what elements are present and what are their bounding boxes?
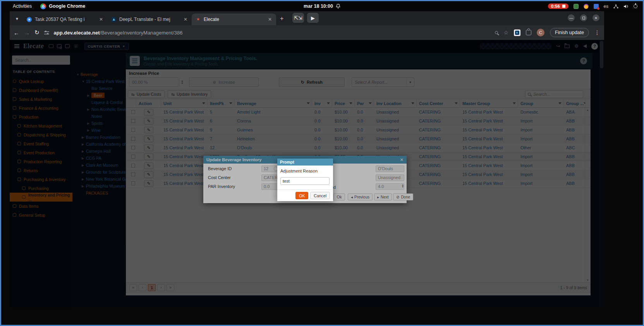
column-header-price[interactable]: Price [332, 99, 355, 107]
extensions-puzzle-icon[interactable] [526, 30, 531, 35]
sidebar-item-inventory-and-pricing[interactable]: Inventory and Pricing ... [10, 193, 72, 202]
table-row[interactable]: ✎15 Central Park West9Guinnes0.0$10.000.… [126, 126, 590, 135]
column-header-action[interactable]: Action [136, 99, 161, 107]
deepl-extension-icon[interactable] [514, 29, 520, 36]
sidebar-item-production-reporting[interactable]: Production Reporting [10, 157, 72, 166]
close-tab-icon[interactable]: ✕ [98, 17, 104, 22]
filter-icon[interactable] [455, 102, 458, 106]
tree-expand-icon[interactable]: ▶ [82, 136, 86, 139]
forward-icon[interactable]: → [24, 29, 30, 36]
current-page[interactable]: 1 [148, 284, 156, 291]
refresh-button[interactable]: ↻Refresh [279, 78, 345, 87]
tab-search-chevron-icon[interactable]: ▼ [12, 14, 22, 24]
sidebar-item-dashboard-powerbi[interactable]: Dashboard (PowerBI) [10, 86, 72, 95]
column-header-beverage[interactable]: Beverage [235, 99, 312, 107]
site-settings-icon[interactable] [44, 31, 49, 35]
tree-node-clark-art-museum[interactable]: ▶Clark Art Museum [76, 162, 125, 169]
table-row[interactable]: ✎15 Central Park West6Corona0.0$10.000.0… [126, 117, 590, 126]
display-icon[interactable] [65, 44, 70, 48]
tree-expand-icon[interactable]: ▶ [87, 129, 91, 132]
reload-icon[interactable]: ↻ [34, 29, 39, 36]
tree-node-bar-service[interactable]: Bar Service [76, 85, 125, 92]
new-tab-button[interactable]: + [280, 15, 283, 22]
filter-icon[interactable] [584, 102, 586, 106]
edit-pencil-button[interactable]: ✎ [144, 180, 153, 187]
window-layout-button[interactable]: ⇱⇲ [292, 13, 304, 23]
close-window-button[interactable]: ✕ [592, 14, 599, 21]
previous-button[interactable]: ◂Previous [348, 193, 373, 200]
tree-node-non-alcoholic-bevera[interactable]: ▶Non Alcoholic Bevera [76, 106, 125, 113]
edit-pencil-button[interactable]: ✎ [144, 145, 153, 151]
table-row[interactable]: ✎15 Central Park West7Heineken0.0$10.000… [126, 135, 590, 143]
screencast-button[interactable]: ▶ [307, 13, 319, 23]
clock-button[interactable]: mar 18 10:00 [304, 3, 340, 9]
tray-app-icon-1[interactable] [574, 4, 579, 9]
column-header-unit[interactable]: Unit [161, 99, 208, 107]
tray-app-icon-2[interactable] [584, 4, 589, 9]
row-checkbox[interactable] [131, 110, 135, 114]
tab-deepl[interactable]: DeepL Translate - El mej ✕ [107, 14, 192, 25]
tree-node-philadelphia-museum-of-a[interactable]: ▶Philadelphia Museum of A [76, 183, 125, 190]
profile-avatar[interactable]: C [537, 29, 544, 36]
maximize-window-button[interactable] [580, 14, 587, 21]
last-page-icon[interactable]: » [167, 284, 174, 291]
venue-selector[interactable]: CURTIS CENTER ▼ [84, 43, 129, 50]
edit-pencil-button[interactable]: ✎ [144, 162, 153, 169]
tree-expand-icon[interactable]: ▶ [82, 143, 86, 146]
tree-expand-icon[interactable]: ▶ [82, 157, 86, 160]
row-checkbox[interactable] [131, 164, 135, 167]
phone-icon[interactable]: ☏ [73, 43, 79, 49]
column-header-cost-center[interactable]: Cost Center [417, 99, 460, 107]
tree-expand-icon[interactable]: ▶ [82, 164, 86, 167]
tree-expand-icon[interactable]: ▶ [87, 108, 91, 111]
column-header-inv-location[interactable]: Inv Location [374, 99, 417, 107]
sidebar-item-quick-lookup[interactable]: Quick Lookup [10, 77, 72, 86]
sidebar-item-kitchen-management[interactable]: Kitchen Management [10, 121, 72, 130]
megaphone-icon[interactable] [583, 44, 587, 48]
sidebar-item-general-setup[interactable]: General Setup [10, 210, 72, 219]
next-page-icon[interactable]: › [157, 284, 165, 291]
grid-scrollbar[interactable]: ▲▼ [585, 108, 590, 282]
truck-icon[interactable] [57, 44, 62, 48]
update-inventory-button[interactable]: ⇆Update Inventory [168, 90, 211, 98]
tree-node-15-central-park-west[interactable]: ▼15 Central Park West [76, 78, 125, 85]
close-tab-icon[interactable]: ✕ [267, 17, 273, 22]
finish-update-button[interactable]: Finish update [550, 28, 589, 37]
tree-node-wine[interactable]: ▶Wine [76, 127, 125, 134]
table-row[interactable]: ✎15 Central Park West12O'Douls0.0$10.000… [126, 143, 590, 152]
table-row[interactable]: ✎15 Central Park West5Amstel Light0.0$10… [126, 108, 590, 117]
browser-menu-icon[interactable]: ⋮ [594, 29, 600, 36]
tray-app-icon-3[interactable] [594, 4, 599, 9]
sidebar-search-input[interactable]: Search... [12, 55, 70, 65]
tree-node-beverage[interactable]: ▼Beverage [76, 71, 125, 78]
sidebar-item-event-staffing[interactable]: Event Staffing [10, 139, 72, 148]
sidebar-item-dispatching-shipping[interactable]: Dispatching & Shipping [10, 130, 72, 139]
edit-pencil-button[interactable]: ✎ [144, 136, 153, 142]
tree-node-liqueur-cordial[interactable]: Liqueur & Cordial [76, 99, 125, 106]
increase-button[interactable]: ⊕Increase [189, 78, 259, 87]
tree-node-notes[interactable]: Notes [76, 113, 125, 120]
first-page-icon[interactable]: « [129, 284, 137, 291]
filter-icon[interactable] [327, 102, 330, 106]
grid-search-input[interactable]: Search... [525, 90, 583, 98]
sidebar-item-event-production[interactable]: Event Production [10, 148, 72, 157]
percent-input[interactable]: 00.00 % [129, 78, 179, 87]
column-header-par[interactable]: Par [355, 99, 374, 107]
tree-expand-icon[interactable]: ▶ [87, 122, 91, 125]
back-icon[interactable]: ← [14, 29, 19, 36]
filter-icon[interactable] [411, 102, 414, 106]
close-tab-icon[interactable]: ✕ [182, 17, 189, 22]
percent-stepper[interactable]: ▲▼ [181, 80, 184, 85]
prompt-ok-button[interactable]: OK [295, 192, 308, 199]
row-checkbox[interactable] [131, 155, 135, 159]
tab-elecate[interactable]: ✶ Elecate ✕ [192, 14, 276, 25]
beverage-name-input[interactable]: O'Douls [376, 166, 404, 172]
tree-node-carnegie-hall[interactable]: ▶Carnegie Hall [76, 148, 125, 155]
tree-node-grounds-for-sculpture[interactable]: ▶Grounds for Sculpture [76, 169, 125, 176]
column-header-master-group[interactable]: Master Group [460, 99, 518, 107]
on-hand-stepper[interactable]: ▲▼ [402, 184, 404, 188]
tree-expand-icon[interactable]: ▶ [82, 185, 86, 188]
calendar-icon[interactable] [49, 44, 53, 48]
browser-scrollbar[interactable] [599, 40, 604, 307]
activities-button[interactable]: Activities [13, 3, 32, 9]
